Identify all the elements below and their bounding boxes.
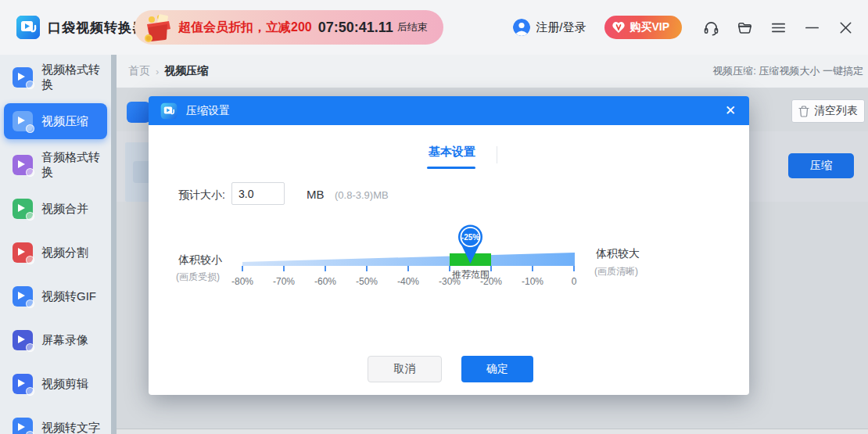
close-window-icon[interactable] <box>837 19 854 36</box>
sidebar-item-6[interactable]: 屏幕录像 <box>4 322 107 358</box>
sidebar-item-0[interactable]: 视频格式转换 <box>4 59 107 95</box>
breadcrumb-separator: › <box>156 66 159 77</box>
add-file-icon[interactable] <box>127 102 150 123</box>
buy-vip-button[interactable]: 购买VIP <box>604 16 682 39</box>
slider-tick-label: -30% <box>432 276 467 287</box>
slider-tick-label: -70% <box>267 276 301 287</box>
sidebar-scrollbar[interactable] <box>111 55 117 434</box>
open-folder-icon[interactable] <box>736 19 753 36</box>
dialog-title: 压缩设置 <box>186 104 230 118</box>
sidebar-item-icon <box>13 286 33 307</box>
sidebar-item-2[interactable]: 音频格式转换 <box>4 147 107 183</box>
slider-marker-value: -25% <box>461 233 479 242</box>
promo-text: 超值会员折扣，立减200 <box>178 20 312 36</box>
menu-icon[interactable] <box>769 19 787 36</box>
sidebar-item-label: 视频转GIF <box>41 289 96 304</box>
cancel-button[interactable]: 取消 <box>368 356 442 382</box>
sidebar-item-icon <box>13 330 33 350</box>
page-tagline: 视频压缩: 压缩视频大小 一键搞定 <box>712 64 863 78</box>
compression-settings-dialog: 压缩设置 ✕ 基本设置 预计大小: MB (0.8-3.9)MB 体积较小 (画… <box>149 96 749 395</box>
slider-tick-label: -40% <box>391 276 425 287</box>
avatar[interactable] <box>513 19 530 36</box>
breadcrumb: 首页 › 视频压缩 视频压缩: 压缩视频大小 一键搞定 <box>117 55 868 88</box>
slider-track[interactable] <box>242 253 575 266</box>
trash-icon <box>798 106 809 117</box>
sidebar-item-icon <box>13 111 33 131</box>
login-register-link[interactable]: 注册/登录 <box>536 20 586 35</box>
gift-box-icon <box>141 10 175 45</box>
slider-tick-label: -20% <box>474 276 508 287</box>
slider-tick-label: -10% <box>515 276 550 287</box>
support-headset-icon[interactable] <box>702 19 719 36</box>
app-title: 口袋视频转换器 <box>48 19 146 37</box>
dialog-header: 压缩设置 ✕ <box>149 96 749 125</box>
sidebar-item-label: 视频剪辑 <box>41 377 88 392</box>
sidebar-item-label: 视频压缩 <box>41 114 88 129</box>
clear-list-button[interactable]: 清空列表 <box>791 99 865 123</box>
promo-suffix: 后结束 <box>397 20 428 34</box>
titlebar: 口袋视频转换器 超值会员折扣，立减200 07:50:41.11 后结束 注册/… <box>0 0 868 55</box>
sidebar-item-label: 视频分割 <box>41 246 88 260</box>
breadcrumb-home-link[interactable]: 首页 <box>128 64 150 78</box>
sidebar-item-label: 屏幕录像 <box>41 333 88 348</box>
sidebar-item-icon <box>13 242 33 263</box>
sidebar-item-5[interactable]: 视频转GIF <box>4 278 107 314</box>
minimize-icon[interactable] <box>803 19 820 36</box>
tab-divider <box>497 146 497 163</box>
bottom-strip <box>117 429 868 434</box>
compress-button[interactable]: 压缩 <box>788 153 854 178</box>
slider-tick-label: -80% <box>225 276 260 287</box>
ok-button[interactable]: 确定 <box>461 356 533 382</box>
sidebar-item-icon <box>13 418 33 434</box>
sidebar-item-7[interactable]: 视频剪辑 <box>4 366 107 402</box>
sidebar-item-label: 视频合并 <box>41 202 88 217</box>
breadcrumb-current: 视频压缩 <box>164 64 208 78</box>
tab-basic-settings[interactable]: 基本设置 <box>429 145 475 160</box>
sidebar-item-3[interactable]: 视频合并 <box>4 191 107 227</box>
dialog-logo-icon <box>160 102 178 120</box>
tab-underline <box>427 167 475 169</box>
dialog-close-icon[interactable]: ✕ <box>722 102 739 120</box>
sidebar: 视频格式转换视频压缩音频格式转换视频合并视频分割视频转GIF屏幕录像视频剪辑视频… <box>0 55 111 434</box>
vip-badge-icon <box>612 21 625 34</box>
sidebar-item-label: 视频转文字 <box>41 421 100 434</box>
app-logo-icon <box>16 15 41 40</box>
slider-ticks <box>242 266 574 271</box>
sidebar-item-8[interactable]: 视频转文字 <box>4 410 107 434</box>
sidebar-item-1[interactable]: 视频压缩 <box>4 103 107 139</box>
slider-tick-label: -50% <box>350 276 384 287</box>
sidebar-item-icon <box>13 199 33 219</box>
sidebar-item-label: 音频格式转换 <box>41 150 107 180</box>
buy-vip-label: 购买VIP <box>629 20 669 34</box>
clear-list-label: 清空列表 <box>814 104 858 118</box>
sidebar-item-icon <box>13 155 33 175</box>
sidebar-item-4[interactable]: 视频分割 <box>4 235 107 271</box>
sidebar-item-icon <box>13 67 33 88</box>
promo-countdown: 07:50:41.11 <box>318 20 393 36</box>
slider-tick-label: -60% <box>308 276 343 287</box>
slider-tick-label: 0 <box>557 276 591 287</box>
sidebar-item-icon <box>13 374 33 394</box>
promo-banner[interactable]: 超值会员折扣，立减200 07:50:41.11 后结束 <box>135 10 443 45</box>
sidebar-item-label: 视频格式转换 <box>41 63 107 92</box>
